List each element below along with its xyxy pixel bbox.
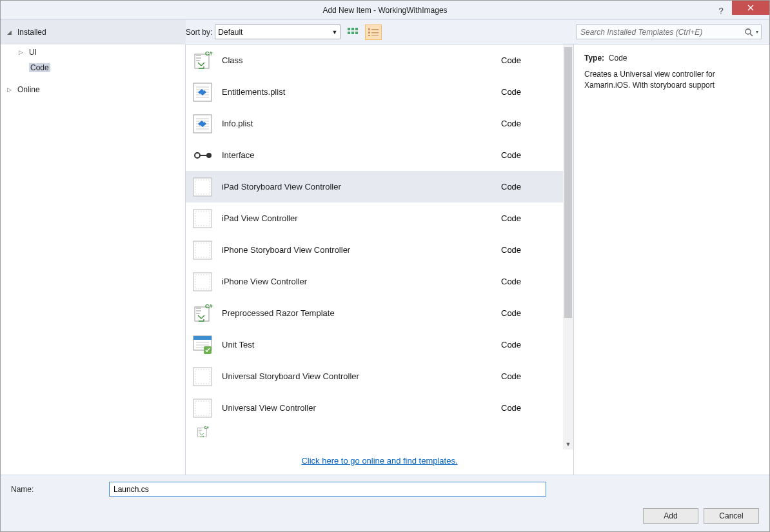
sidebar-item-code[interactable]: Code [1,60,185,75]
template-icon [192,113,213,134]
template-item[interactable]: InterfaceCode [186,139,563,171]
expand-icon: ▷ [7,86,15,93]
template-item-partial[interactable] [186,424,563,440]
name-label: Name: [11,485,109,494]
search-icon[interactable] [744,28,755,37]
sidebar-item-installed[interactable]: ◢ Installed [1,20,186,44]
toolbar-left-gap: ◢ Installed [1,20,186,44]
template-item[interactable]: iPhone Storyboard View ControllerCode [186,234,563,266]
template-category: Code [501,403,553,413]
template-item[interactable]: ClassCode [186,44,563,76]
template-item[interactable]: Entitlements.plistCode [186,76,563,108]
template-category: Code [501,150,553,160]
scroll-thumb[interactable] [564,47,572,318]
template-icon [192,271,213,292]
template-icon [192,335,213,355]
body-area: ▷ UI Code ▷ Online ClassCodeEntitlements… [1,44,769,475]
template-category: Code [501,119,553,128]
template-icon [192,82,213,103]
template-name: Info.plist [222,119,501,128]
template-item[interactable]: iPad Storyboard View ControllerCode [186,171,563,202]
svg-rect-1 [351,28,354,30]
search-input[interactable] [579,27,744,37]
template-icon [192,240,213,261]
chevron-down-icon: ▼ [331,29,337,35]
template-item[interactable]: iPhone View ControllerCode [186,266,563,297]
template-icon [192,422,213,442]
cancel-button[interactable]: Cancel [704,508,759,524]
toolbar: ◢ Installed Sort by: Default ▼ ▾ [1,20,769,44]
view-small-icons-button[interactable] [365,25,382,40]
template-name: Class [222,55,501,65]
sidebar: ▷ UI Code ▷ Online [1,44,186,475]
titlebar: Add New Item - WorkingWithImages ? [1,1,769,20]
template-icon [192,303,213,324]
template-name: iPad View Controller [222,213,501,223]
name-input[interactable] [109,482,546,497]
template-name: Entitlements.plist [222,87,501,97]
svg-rect-10 [368,35,370,36]
template-list[interactable]: ClassCodeEntitlements.plistCodeInfo.plis… [186,44,563,449]
svg-rect-7 [371,29,379,30]
sortby-label: Sort by: [186,28,212,37]
help-button[interactable]: ? [710,1,732,20]
scroll-down-icon[interactable]: ▼ [563,439,573,449]
template-item[interactable]: Info.plistCode [186,108,563,139]
template-name: iPhone Storyboard View Controller [222,245,501,255]
template-name: Interface [222,150,501,160]
detail-type-value: Code [609,54,627,63]
sortby-dropdown[interactable]: Default ▼ [215,25,341,39]
template-icon [192,366,213,387]
close-button[interactable] [732,1,769,15]
template-name: Universal View Controller [222,403,501,413]
template-category: Code [501,277,553,286]
detail-pane: Type: Code Creates a Universal view cont… [573,44,769,475]
detail-type-label: Type: [584,54,604,63]
svg-point-12 [745,29,751,34]
add-button[interactable]: Add [643,508,698,524]
template-list-container: ClassCodeEntitlements.plistCodeInfo.plis… [186,44,573,449]
template-icon [192,177,213,197]
svg-rect-2 [355,28,358,30]
svg-rect-9 [371,32,379,34]
svg-rect-8 [368,32,370,34]
sidebar-item-ui[interactable]: ▷ UI [1,44,185,60]
template-category: Code [501,182,553,192]
template-item[interactable]: iPad View ControllerCode [186,202,563,234]
sidebar-installed-label: Installed [17,28,46,37]
search-dropdown-icon[interactable]: ▾ [756,29,758,35]
window-title: Add New Item - WorkingWithImages [1,6,769,15]
search-box[interactable]: ▾ [576,25,762,39]
sidebar-item-online[interactable]: ▷ Online [1,82,185,97]
online-link-row: Click here to go online and find templat… [186,449,573,475]
template-category: Code [501,55,553,65]
template-item[interactable]: Preprocessed Razor TemplateCode [186,297,563,329]
sortby-value: Default [218,28,242,37]
template-category: Code [501,371,553,381]
close-icon [747,5,754,11]
grid-icon [348,28,358,37]
view-medium-icons-button[interactable] [344,25,361,40]
bottom-bar: Name: Add Cancel [1,475,769,531]
find-templates-online-link[interactable]: Click here to go online and find templat… [301,456,457,466]
expand-icon: ▷ [19,49,26,55]
template-name: iPhone View Controller [222,277,501,286]
svg-rect-6 [368,28,370,30]
template-item[interactable]: Universal View ControllerCode [186,392,563,424]
scrollbar[interactable]: ▲ ▼ [563,44,573,449]
template-category: Code [501,340,553,350]
template-icon [192,145,213,166]
template-icon [192,50,213,71]
template-name: iPad Storyboard View Controller [222,182,501,192]
template-name: Unit Test [222,340,501,350]
template-category: Code [501,245,553,255]
template-category: Code [501,87,553,97]
svg-rect-5 [355,32,358,34]
template-item[interactable]: Universal Storyboard View ControllerCode [186,360,563,392]
template-icon [192,208,213,229]
name-row: Name: [11,482,759,497]
sidebar-ui-label: UI [29,48,37,57]
template-category: Code [501,308,553,318]
template-item[interactable]: Unit TestCode [186,329,563,360]
svg-rect-0 [348,28,350,30]
